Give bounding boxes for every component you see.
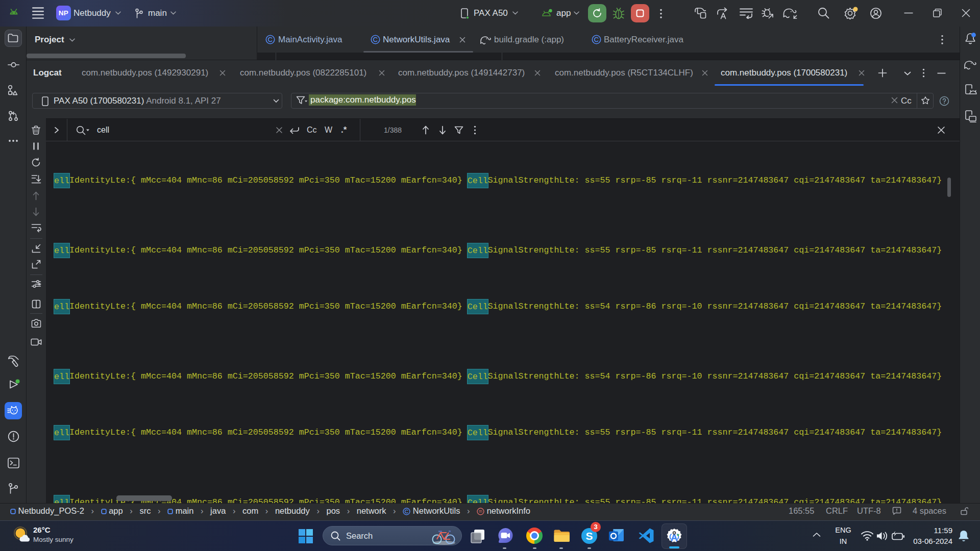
svg-text:m: m bbox=[479, 509, 482, 514]
